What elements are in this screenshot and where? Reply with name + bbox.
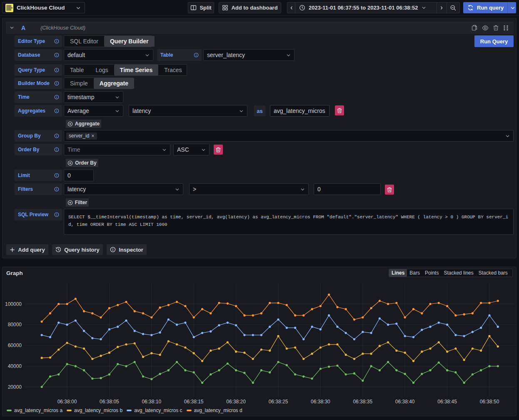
svg-text:100000: 100000 [5, 301, 22, 307]
svg-text:06:38:20: 06:38:20 [226, 399, 246, 405]
svg-text:80000: 80000 [8, 322, 22, 328]
svg-text:06:38:10: 06:38:10 [142, 399, 161, 405]
svg-text:06:38:30: 06:38:30 [311, 399, 330, 405]
svg-text:60000: 60000 [8, 342, 22, 348]
svg-text:06:38:45: 06:38:45 [437, 399, 457, 405]
svg-text:40000: 40000 [8, 363, 22, 369]
svg-text:20000: 20000 [8, 384, 22, 390]
svg-text:06:38:35: 06:38:35 [353, 399, 372, 405]
svg-text:06:38:25: 06:38:25 [269, 399, 288, 405]
svg-text:06:38:50: 06:38:50 [480, 399, 499, 405]
svg-text:06:38:40: 06:38:40 [395, 399, 415, 405]
svg-text:06:38:15: 06:38:15 [184, 399, 204, 405]
svg-text:06:38:05: 06:38:05 [100, 399, 119, 405]
svg-text:06:38:00: 06:38:00 [57, 399, 77, 405]
